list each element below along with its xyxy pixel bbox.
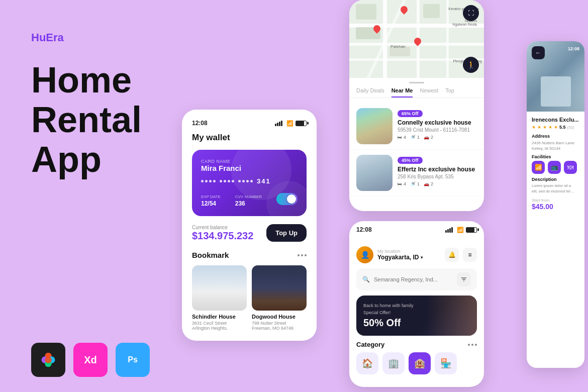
- bookmark-menu[interactable]: [298, 254, 307, 256]
- search-bar[interactable]: 🔍: [356, 268, 477, 290]
- garage-icon: 🚗: [424, 135, 429, 140]
- home-phone: 12:08 📶 👤 My location Yogyakarta, ID ▾: [349, 221, 484, 387]
- property-info-2: 45% Off Effertz Inc exclusive house 258 …: [398, 155, 477, 191]
- battery-icon: [296, 121, 307, 126]
- detail-address: 2426 Nutters Barn LaneKelley, IA 50134: [532, 140, 579, 151]
- wifi-facility-icon: 📶: [532, 161, 545, 174]
- tab-top[interactable]: Top: [445, 87, 454, 97]
- search-input[interactable]: [374, 276, 453, 282]
- user-info: 👤 My location Yogyakarta, ID ▾: [356, 246, 423, 263]
- address-section-title: Address: [532, 134, 579, 139]
- bookmark-item[interactable]: Schindler House 3631 Cecil StreetArlingt…: [192, 265, 247, 331]
- balance-section: Current balance $134.975.232 Top Up: [192, 224, 307, 242]
- property-item-2[interactable]: 45% Off Effertz Inc exclusive house 258 …: [349, 150, 484, 197]
- status-bar: 12:08 📶: [192, 120, 307, 127]
- hero-title: HomeRentalApp: [31, 60, 142, 180]
- detail-time: 12:08: [568, 46, 579, 51]
- bookmark-header: Bookmark: [192, 251, 307, 259]
- cvv-value: 236: [235, 200, 262, 207]
- time-display: 12:08: [192, 120, 208, 127]
- map-person-button[interactable]: 🚶: [463, 57, 479, 73]
- category-item[interactable]: 🏪: [435, 352, 457, 374]
- prop-addr-2: 258 Kris Bypass Apt. 535: [398, 174, 477, 179]
- credit-card: Card Name Mira Franci 341 EXP DATE 12/54…: [192, 150, 307, 216]
- menu-icon[interactable]: ≡: [463, 248, 477, 262]
- category-item[interactable]: 🏢: [382, 352, 405, 374]
- wifi-icon: 📶: [286, 120, 293, 127]
- home-status-icons: 📶: [445, 227, 477, 233]
- rating-count: (52): [567, 125, 574, 130]
- wallet-phone: 12:08 📶 My wallet Card Name Mira Franci …: [182, 110, 317, 341]
- home-header: 👤 My location Yogyakarta, ID ▾ 🔔 ≡: [349, 239, 484, 268]
- card-toggle[interactable]: [276, 193, 298, 205]
- star-4: ★: [548, 125, 552, 130]
- map-expand-button[interactable]: ⛶: [463, 5, 479, 21]
- promo-image-overlay: [427, 296, 477, 336]
- battery-icon: [466, 227, 477, 233]
- bookmark-section: Bookmark Schindler House 3631 Cecil Stre…: [192, 251, 307, 331]
- tool-icons: Xd Ps: [31, 343, 150, 377]
- notification-icon[interactable]: 🔔: [445, 248, 459, 262]
- star-1: ★: [532, 125, 536, 130]
- exp-value: 12/54: [201, 200, 221, 207]
- tab-newest[interactable]: Newest: [420, 87, 438, 97]
- tv-facility-icon: 📺: [548, 161, 561, 174]
- bed-icon: 🛏: [398, 181, 402, 186]
- category-section: Category 🏠 🏢 🏨 🏪: [349, 341, 484, 374]
- facilities-row: 📶 📺 🍽: [532, 161, 579, 174]
- category-menu[interactable]: [468, 344, 477, 346]
- topup-button[interactable]: Top Up: [266, 224, 307, 242]
- bath-icon: 🚿: [410, 135, 416, 140]
- prop-name-2: Effertz Inc exclusive house: [398, 166, 477, 173]
- property-item-1[interactable]: 65% Off Connelly exclusive house 59539 C…: [349, 103, 484, 150]
- garage-icon: 🚗: [424, 181, 429, 186]
- status-icons: 📶: [275, 120, 307, 127]
- map-area: Patehan Keraton yogyakarta NdalemNgabean…: [349, 0, 484, 78]
- detail-description: Lorem ipsum dolor sit aelit, sed do eius…: [532, 183, 579, 194]
- balance-amount: $134.975.232: [192, 230, 253, 242]
- scroll-indicator: [409, 82, 424, 83]
- category-items: 🏠 🏢 🏨 🏪: [356, 352, 477, 374]
- house-image-1: [192, 265, 247, 311]
- bookmark-title: Bookmark: [192, 251, 229, 259]
- prop-badge-1: 65% Off: [398, 110, 423, 117]
- prop-badge-2: 45% Off: [398, 157, 423, 164]
- svg-point-4: [45, 356, 51, 363]
- exp-date-field: EXP DATE 12/54: [201, 191, 221, 207]
- prop-features-2: 🛏4 🚿1 🚗2: [398, 181, 477, 186]
- exp-label: EXP DATE: [201, 194, 221, 199]
- card-number-dots: 341: [201, 177, 298, 185]
- detail-content: Irenecons Exclu... ★ ★ ★ ★ ★ 5.5 (52) Ad…: [527, 112, 584, 216]
- location-label: My location: [377, 249, 423, 254]
- bookmark-addr-1: 3631 Cecil StreetArlington Heights,: [192, 321, 247, 331]
- chevron-down-icon: ▾: [421, 255, 423, 260]
- bookmark-item[interactable]: Dogwood House 798 Nutter StreetFreeman, …: [252, 265, 307, 331]
- balance-label: Current balance: [192, 225, 253, 230]
- bookmark-name-2: Dogwood House: [252, 314, 307, 320]
- category-title: Category: [356, 341, 384, 348]
- brand-name: HuEra: [31, 31, 64, 44]
- card-last-digits: 341: [257, 177, 271, 185]
- category-item[interactable]: 🏨: [409, 352, 431, 374]
- category-item[interactable]: 🏠: [356, 352, 378, 374]
- rating-stars: ★ ★ ★ ★ ★ 5.5 (52): [532, 125, 579, 130]
- location-name: Yogyakarta, ID ▾: [377, 254, 423, 261]
- detail-phone: 12:08 ← Irenecons Exclu... ★ ★ ★ ★ ★ 5.5…: [527, 41, 584, 368]
- header-action-icons: 🔔 ≡: [445, 248, 477, 262]
- ps-icon: Ps: [116, 343, 150, 377]
- detail-property-name: Irenecons Exclu...: [532, 117, 579, 123]
- category-header: Category: [356, 341, 477, 348]
- cvv-label: CVV NUMBER: [235, 194, 262, 199]
- tab-daily-deals[interactable]: Daily Deals: [356, 87, 384, 97]
- star-2: ★: [537, 125, 541, 130]
- tab-near-me[interactable]: Near Me: [391, 87, 413, 97]
- promo-banner: Back to home with family Special Offer! …: [356, 296, 477, 336]
- filter-button[interactable]: [457, 272, 471, 286]
- kitchen-facility-icon: 🍽: [564, 161, 577, 174]
- card-holder-name: Mira Franci: [201, 164, 298, 172]
- rating-number: 5.5: [559, 125, 566, 130]
- back-button[interactable]: ←: [532, 46, 545, 59]
- house-image-2: [252, 265, 307, 311]
- property-image-2: [356, 155, 393, 191]
- property-image-1: [356, 108, 393, 144]
